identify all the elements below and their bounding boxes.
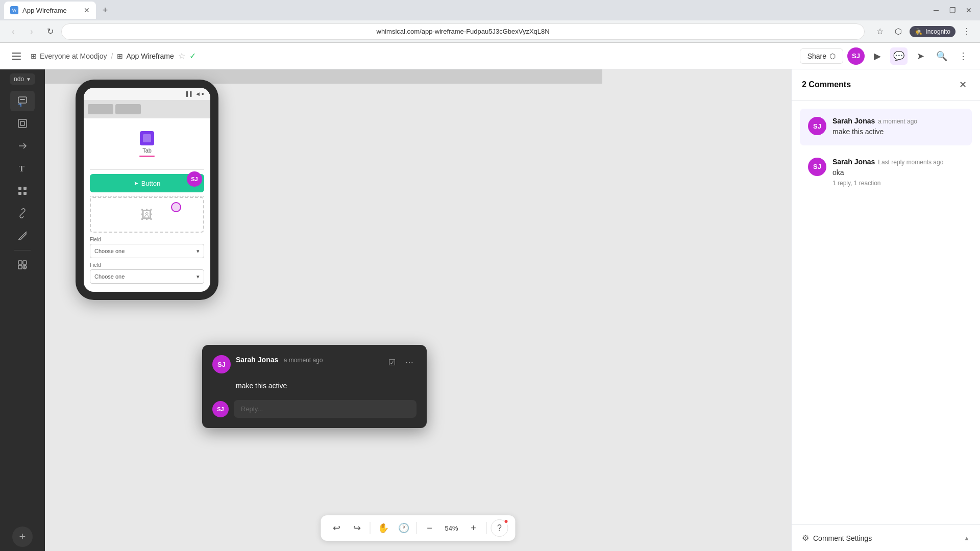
incognito-label: Incognito [925, 28, 950, 35]
svg-rect-9 [23, 187, 27, 190]
comment-reply-area: SJ [212, 400, 416, 418]
toolbar-add-button[interactable]: + [12, 527, 33, 547]
breadcrumb-separator: / [111, 52, 113, 60]
incognito-icon: 🕵 [915, 28, 922, 35]
zoom-in-button[interactable]: + [465, 519, 482, 537]
field2-chevron: ▾ [197, 273, 200, 280]
browser-menu-icon[interactable]: ⋮ [960, 24, 974, 39]
zoom-level-display: 54% [442, 524, 462, 532]
field2-select[interactable]: Choose one ▾ [90, 269, 204, 284]
comment-item-header-2: Sarah Jonas Last reply moments ago [832, 158, 964, 166]
toolbar-components-tool[interactable] [10, 255, 35, 275]
field1-select[interactable]: Choose one ▾ [90, 244, 204, 258]
undo-button[interactable]: ↩ [328, 519, 346, 537]
user-avatar-button[interactable]: SJ [847, 47, 865, 65]
toolbar-text-tool[interactable]: T [10, 158, 35, 179]
canvas-cursor-indicator [171, 202, 181, 212]
toolbar-link-tool[interactable] [10, 203, 35, 223]
reply-input[interactable] [234, 400, 416, 418]
export-icon: ⬡ [829, 52, 836, 60]
tab-close-icon[interactable]: ✕ [84, 6, 90, 14]
comment-item-author-2: Sarah Jonas [832, 158, 875, 166]
comment-item[interactable]: SJ Sarah Jonas a moment ago make this ac… [800, 109, 972, 145]
comment-more-button[interactable]: ⋯ [402, 355, 416, 369]
search-button[interactable]: 🔍 [933, 47, 950, 65]
comment-item-author-1: Sarah Jonas [832, 117, 875, 125]
toolbar-pen-tool[interactable] [10, 226, 35, 246]
history-button[interactable]: 🕐 [395, 519, 412, 537]
toolbar-select-tool[interactable] [10, 91, 35, 111]
window-minimize-button[interactable]: ─ [929, 3, 943, 17]
svg-rect-10 [18, 192, 21, 195]
more-options-button[interactable]: ⋮ [954, 47, 972, 65]
svg-rect-11 [23, 192, 27, 195]
device-status-bar: ▌▌ ◀ ● [84, 88, 210, 100]
hamburger-menu-button[interactable] [8, 48, 24, 64]
check-icon: ✓ [189, 51, 196, 61]
comment-popup-author: Sarah Jonas [236, 356, 278, 364]
breadcrumb: ⊞ Everyone at Moodjoy / ⊞ App Wireframe … [31, 51, 196, 61]
comment-popup-text: make this active [212, 382, 416, 390]
help-button[interactable]: ? [491, 519, 508, 537]
reply-avatar: SJ [212, 401, 229, 417]
comment-item-time-2: Last reply moments ago [878, 159, 943, 166]
toolbar-frame-tool[interactable] [10, 113, 35, 134]
toolbar-grid-tool[interactable] [10, 181, 35, 201]
zoom-in-icon: + [471, 523, 476, 534]
comment-item-time-1: a moment ago [878, 118, 917, 125]
bookmark-icon[interactable]: ☆ [873, 24, 887, 39]
toolbar-arrow-tool[interactable] [10, 136, 35, 156]
device-nav-btn-2 [115, 104, 141, 114]
profile-sync-icon[interactable]: ⬡ [891, 24, 905, 39]
browser-tab[interactable]: W App Wireframe ✕ [4, 2, 96, 19]
back-button[interactable]: ‹ [6, 24, 20, 39]
forward-button[interactable]: › [24, 24, 39, 39]
comment-settings-chevron: ▲ [964, 535, 970, 542]
comments-panel-footer: ⚙ Comment Settings ▲ [792, 524, 980, 551]
canvas-area[interactable]: ▌▌ ◀ ● [45, 69, 791, 551]
comment-item-content-2: Sarah Jonas Last reply moments ago oka 1… [832, 158, 964, 187]
redo-button[interactable]: ↪ [349, 519, 366, 537]
refresh-button[interactable]: ↻ [43, 24, 57, 39]
device-nav-btn-1 [88, 104, 113, 114]
comment-settings-button[interactable]: ⚙ Comment Settings ▲ [792, 525, 980, 551]
send-button[interactable]: ➤ [912, 47, 929, 65]
svg-rect-0 [12, 53, 21, 54]
svg-rect-4 [20, 99, 25, 100]
toolbar-divider-2 [416, 522, 417, 534]
share-button[interactable]: Share ⬡ [800, 48, 843, 64]
bottom-toolbar: ↩ ↪ ✋ 🕐 − 54% [321, 515, 516, 541]
status-bar-wifi: ◀ [196, 91, 200, 96]
new-tab-button[interactable]: + [98, 3, 112, 17]
window-close-button[interactable]: ✕ [962, 3, 976, 17]
comment-item-2[interactable]: SJ Sarah Jonas Last reply moments ago ok… [800, 149, 972, 195]
workspace-icon: ⊞ [31, 52, 37, 60]
breadcrumb-document[interactable]: ⊞ App Wireframe [117, 52, 174, 60]
toolbar-dropdown-chevron: ▼ [26, 77, 31, 82]
add-icon: + [19, 530, 26, 543]
presentation-button[interactable]: ▶ [869, 47, 886, 65]
share-label: Share [807, 52, 826, 60]
breadcrumb-workspace[interactable]: ⊞ Everyone at Moodjoy [31, 52, 107, 60]
incognito-button[interactable]: 🕵 Incognito [910, 26, 955, 37]
toolbar-divider-1 [370, 522, 371, 534]
star-icon[interactable]: ☆ [178, 51, 185, 61]
comment-resolve-button[interactable]: ☑ [385, 355, 399, 369]
app-body: ndo ▼ T [0, 69, 980, 551]
url-display: whimsical.com/app-wireframe-Fudpau5J3cGb… [68, 28, 858, 35]
hand-tool-button[interactable]: ✋ [375, 519, 392, 537]
browser-frame: W App Wireframe ✕ + ─ ❐ ✕ ‹ › ↻ whimsica… [0, 0, 980, 551]
toolbar-dropdown[interactable]: ndo ▼ [10, 73, 35, 85]
tab-underline [139, 156, 155, 157]
comments-panel-close-button[interactable]: ✕ [955, 78, 970, 92]
address-bar[interactable]: whimsical.com/app-wireframe-Fudpau5J3cGb… [61, 23, 865, 40]
comment-item-meta-2: 1 reply, 1 reaction [832, 180, 964, 187]
comment-popup-avatar: SJ [212, 355, 231, 373]
browser-controls: ‹ › ↻ whimsical.com/app-wireframe-Fudpau… [0, 20, 980, 43]
zoom-out-button[interactable]: − [421, 519, 438, 537]
comments-panel-button[interactable]: 💬 [890, 47, 908, 65]
redo-icon: ↪ [353, 522, 361, 534]
toolbar-dropdown-label: ndo [14, 76, 24, 83]
window-maximize-button[interactable]: ❐ [945, 3, 960, 17]
status-bar-signal: ▌▌ [186, 91, 194, 96]
